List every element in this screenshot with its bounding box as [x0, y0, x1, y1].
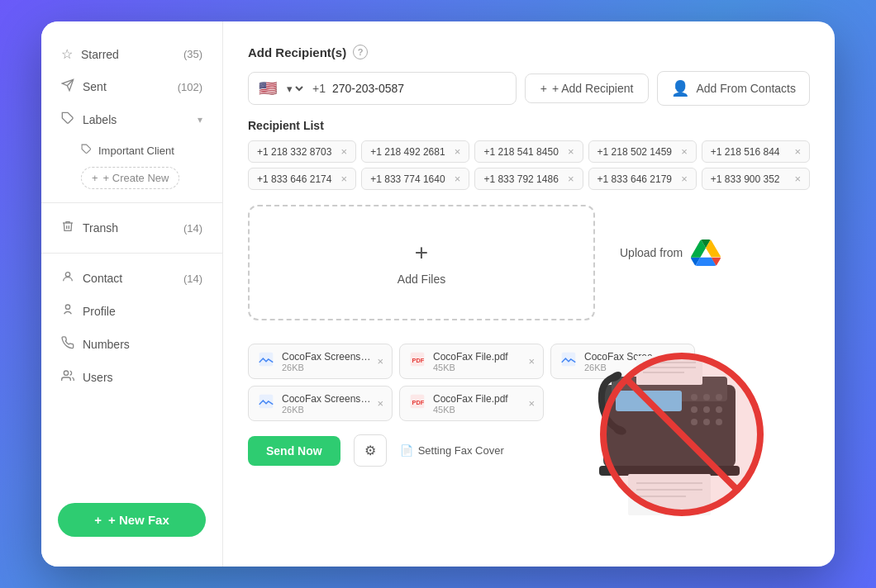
- labels-chevron: ▾: [198, 114, 202, 126]
- setting-fax-cover-link[interactable]: 📄 Setting Fax Cover: [400, 444, 504, 457]
- label-important-client[interactable]: Important Client: [81, 139, 222, 162]
- drop-zone[interactable]: + Add Files: [248, 205, 595, 320]
- sidebar-item-labels[interactable]: Labels ▾: [41, 103, 222, 135]
- gear-icon: ⚙: [364, 443, 376, 458]
- google-drive-icon[interactable]: [691, 238, 721, 268]
- country-select[interactable]: ▾: [283, 82, 306, 96]
- recipient-tag-9[interactable]: +1 833 646 2179 ×: [588, 168, 697, 190]
- file-name-3: CocoFax Scree...: [584, 351, 673, 363]
- file-chip-2[interactable]: PDF CocoFax File.pdf 45KB ×: [399, 344, 544, 379]
- file-info-1: CocoFax Screensho... 26KB: [282, 351, 370, 372]
- remove-recipient-1[interactable]: ×: [341, 145, 348, 158]
- file-size-1: 26KB: [282, 363, 370, 372]
- sidebar: ☆ Starred (35) Sent (102) Labels ▾ Impor…: [41, 21, 223, 567]
- recipient-tag-4[interactable]: +1 218 502 1459 ×: [588, 140, 697, 163]
- recipient-tag-6[interactable]: +1 833 646 2174 ×: [248, 168, 356, 190]
- labels-sub-section: Important Client + + Create New: [41, 135, 222, 194]
- remove-recipient-7[interactable]: ×: [455, 173, 461, 185]
- profile-icon: [61, 303, 74, 320]
- sidebar-item-starred[interactable]: ☆ Starred (35): [41, 38, 222, 70]
- sidebar-item-sent[interactable]: Sent (102): [41, 70, 222, 103]
- remove-recipient-3[interactable]: ×: [568, 145, 574, 158]
- file-info-2: CocoFax File.pdf 45KB: [433, 351, 521, 372]
- svg-text:PDF: PDF: [412, 357, 425, 364]
- upload-from-label: Upload from: [620, 246, 683, 259]
- recipient-number-4: +1 218 502 1459: [597, 146, 672, 158]
- sidebar-item-contact[interactable]: Contact (14): [41, 262, 222, 295]
- add-from-contacts-button[interactable]: 👤 Add From Contacts: [657, 71, 810, 106]
- sidebar-divider-2: [41, 253, 222, 254]
- file-chip-4[interactable]: CocoFax Screensho... 26KB ×: [248, 386, 393, 421]
- svg-rect-5: [259, 353, 274, 367]
- sidebar-item-trash[interactable]: Transh (14): [41, 211, 222, 244]
- contact-icon: [61, 270, 74, 287]
- svg-point-4: [64, 371, 68, 375]
- sidebar-label-trash: Transh: [83, 221, 175, 235]
- recipient-number-2: +1 218 492 2681: [370, 146, 445, 158]
- remove-recipient-5[interactable]: ×: [794, 145, 801, 158]
- file-chip-3[interactable]: CocoFax Scree... 26KB ×: [550, 344, 695, 379]
- file-size-4: 26KB: [282, 405, 370, 415]
- add-recipient-plus: +: [540, 82, 547, 95]
- sidebar-item-numbers[interactable]: Numbers: [41, 328, 222, 361]
- trash-icon: [61, 220, 74, 236]
- recipient-number-8: +1 833 792 1486: [483, 173, 558, 185]
- sent-icon: [61, 78, 74, 95]
- send-now-button[interactable]: Send Now: [248, 436, 340, 466]
- recipient-number-10: +1 833 900 352: [711, 173, 780, 185]
- settings-icon-button[interactable]: ⚙: [354, 434, 387, 467]
- help-icon[interactable]: ?: [353, 45, 368, 59]
- recipient-tag-3[interactable]: +1 218 541 8450 ×: [474, 140, 583, 163]
- add-files-label: Add Files: [398, 273, 445, 286]
- remove-file-5[interactable]: ×: [528, 397, 535, 410]
- recipient-tag-2[interactable]: +1 218 492 2681 ×: [361, 140, 469, 163]
- star-icon: ☆: [61, 46, 73, 62]
- sidebar-item-profile[interactable]: Profile: [41, 295, 222, 328]
- remove-recipient-4[interactable]: ×: [681, 145, 688, 158]
- add-recipient-button[interactable]: + + Add Recipient: [525, 74, 650, 103]
- file-chip-5[interactable]: PDF CocoFax File.pdf 45KB ×: [399, 386, 544, 421]
- new-fax-button[interactable]: + + New Fax: [58, 503, 206, 537]
- create-new-button[interactable]: + + Create New: [81, 167, 179, 189]
- sidebar-item-users[interactable]: Users: [41, 361, 222, 394]
- upload-section: + Add Files Upload from: [248, 205, 810, 332]
- recipient-tag-7[interactable]: +1 833 774 1640 ×: [361, 168, 469, 190]
- create-new-plus: +: [92, 172, 98, 184]
- remove-recipient-10[interactable]: ×: [794, 173, 801, 185]
- recipient-tag-5[interactable]: +1 218 516 844 ×: [702, 140, 810, 163]
- remove-file-1[interactable]: ×: [377, 355, 383, 368]
- remove-file-4[interactable]: ×: [377, 397, 383, 410]
- file-chip-1[interactable]: CocoFax Screensho... 26KB ×: [248, 344, 393, 379]
- new-fax-label: + New Fax: [108, 513, 169, 527]
- file-info-3: CocoFax Scree... 26KB: [584, 351, 673, 372]
- remove-recipient-8[interactable]: ×: [568, 173, 574, 185]
- pdf-file-icon-2: PDF: [408, 350, 426, 372]
- label-important-client-text: Important Client: [98, 145, 174, 157]
- bottom-bar: Send Now ⚙ 📄 Setting Fax Cover: [248, 434, 810, 467]
- recipient-tag-1[interactable]: +1 218 332 8703 ×: [248, 140, 356, 163]
- pdf-file-icon-5: PDF: [408, 392, 426, 415]
- send-now-label: Send Now: [266, 444, 322, 458]
- sidebar-badge-sent: (102): [178, 81, 202, 93]
- recipient-number-5: +1 218 516 844: [711, 146, 780, 158]
- remove-file-3[interactable]: ×: [679, 355, 686, 368]
- file-name-4: CocoFax Screensho...: [282, 393, 370, 405]
- phone-input-wrap[interactable]: 🇺🇸 ▾ +1: [248, 72, 517, 105]
- recipient-number-3: +1 218 541 8450: [483, 146, 558, 158]
- remove-file-2[interactable]: ×: [528, 355, 535, 368]
- sidebar-bottom: + + New Fax: [41, 490, 222, 550]
- recipient-tag-10[interactable]: +1 833 900 352 ×: [702, 168, 810, 190]
- users-icon: [61, 369, 74, 386]
- labels-icon: [61, 111, 74, 127]
- svg-rect-9: [259, 395, 274, 409]
- remove-recipient-2[interactable]: ×: [455, 145, 461, 158]
- remove-recipient-9[interactable]: ×: [681, 173, 688, 185]
- svg-rect-8: [562, 353, 576, 367]
- add-from-contacts-label: Add From Contacts: [696, 82, 796, 95]
- remove-recipient-6[interactable]: ×: [341, 173, 348, 185]
- recipient-tag-8[interactable]: +1 833 792 1486 ×: [474, 168, 583, 190]
- upload-from-section: Upload from: [620, 238, 721, 268]
- phone-input[interactable]: [332, 82, 506, 95]
- file-size-5: 45KB: [433, 405, 521, 415]
- setting-fax-cover-label: Setting Fax Cover: [418, 444, 504, 457]
